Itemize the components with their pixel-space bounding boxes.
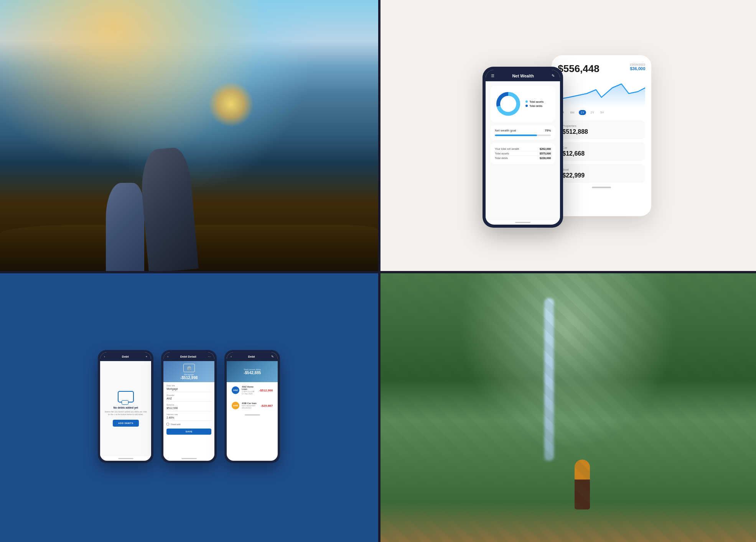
edit-icon-3[interactable]: ✎	[271, 355, 274, 358]
asb-loan-sub: Next repayment 28/10/2022	[242, 404, 258, 409]
app-mockup-cell: ☰ Net Wealth ✎	[378, 0, 756, 271]
interest-value[interactable]: 2.48%	[166, 416, 211, 421]
tab-6m[interactable]: 6M	[568, 110, 576, 115]
debt-title-1: Debt	[105, 355, 146, 358]
anz-debt-item[interactable]: ANZ ANZ Home Loan 2.48% p.a until 17 Sep…	[229, 384, 275, 397]
home-bar-3	[245, 414, 260, 416]
no-debt-content: No debts added yet Seems like you haven'…	[100, 361, 151, 457]
asset-properties: Properties $512,888	[558, 120, 645, 139]
fixed-until-checkbox[interactable]: Fixed until	[166, 423, 211, 425]
asset-chart	[558, 76, 645, 107]
donut-legend: Total assets Total debts	[525, 100, 544, 107]
debt-detail-header: ‹ Debt Detail ···	[163, 352, 214, 361]
properties-value: $512,888	[562, 128, 641, 135]
asb-debt-info: ASB Car loan Next repayment 28/10/2022	[242, 402, 258, 409]
balance-label: Balance	[166, 404, 211, 406]
goal-label: Net wealth goal	[495, 129, 516, 132]
debt-phones-cell: ‹ Debt + No debts added yet Seems like y…	[0, 271, 378, 542]
asb-debt-item[interactable]: ASB ASB Car loan Next repayment 28/10/20…	[229, 400, 275, 411]
phone-debt-detail: ‹ Debt Detail ··· 🏛️ Mortgage -$512,998	[161, 350, 217, 463]
phone-header: ☰ Net Wealth ✎	[486, 70, 560, 81]
donut-section: Total assets Total debts	[490, 86, 555, 122]
asset-change: $36,000	[630, 66, 645, 71]
phone-no-debt: ‹ Debt + No debts added yet Seems like y…	[98, 350, 153, 463]
debt-title-3: Debt	[232, 355, 271, 358]
debt-title-2: Debt Detail	[168, 355, 208, 358]
assets-val: $575,000	[540, 152, 551, 155]
goal-section: Net wealth goal 75%	[490, 125, 555, 140]
balance-value[interactable]: $512,998	[166, 407, 211, 411]
asb-logo: ASB	[232, 402, 239, 409]
debts-key: Total debts	[495, 157, 508, 159]
tab-1y[interactable]: 1Y	[579, 110, 586, 115]
net-wealth-phone: ☰ Net Wealth ✎	[483, 67, 563, 228]
anz-debt-info: ANZ Home Loan 2.48% p.a until 17 Sep 202…	[242, 386, 257, 395]
more-icon[interactable]: ···	[208, 355, 211, 358]
no-debt-title: No debts added yet	[113, 406, 138, 409]
donut-chart	[495, 90, 522, 117]
waterfall-photo-cell	[378, 271, 756, 542]
add-debts-button[interactable]: ADD DEBTS	[113, 420, 139, 427]
debt-card-icon	[118, 391, 134, 402]
sun-glow	[208, 81, 254, 127]
home-bar-2	[181, 458, 197, 459]
fixed-until-label: Fixed until	[171, 423, 180, 425]
summary-section: Your total net wealth $202,000 Total ass…	[490, 143, 555, 164]
tab-5y[interactable]: 5Y	[598, 110, 606, 115]
no-debt-header: ‹ Debt +	[100, 352, 151, 361]
panel-home-bar	[592, 187, 611, 188]
debt-list-hero: Total current debts -$542,885	[227, 361, 278, 382]
goal-bar-fill	[495, 135, 537, 136]
boat-label: Boat	[562, 168, 641, 171]
boat-value: $22,999	[562, 172, 641, 179]
car-label: Car	[562, 146, 641, 149]
assets-label: Total assets	[529, 100, 544, 103]
asset-panel: $556,448 23/10/2022 $36,000	[552, 55, 651, 216]
mortgage-header-image: 🏛️ Mortgage -$512,998	[163, 361, 214, 382]
home-bar	[515, 222, 530, 223]
debt-form: Debt title Mortgage Provider ANZ Balance…	[163, 382, 214, 457]
asset-boat: Boat $22,999	[558, 164, 645, 183]
debt-list-header: ‹ Debt ✎	[227, 352, 278, 361]
summary-assets: Total assets $575,000	[495, 151, 551, 156]
net-wealth-key: Your total net wealth	[495, 148, 519, 150]
tab-2y[interactable]: 2Y	[588, 110, 596, 115]
provider-label: Provider	[166, 394, 211, 396]
anz-logo: ANZ	[232, 386, 239, 394]
phone-debt-list: ‹ Debt ✎ Total current debts -$542,885 A…	[224, 350, 280, 463]
adult-silhouette	[138, 146, 199, 271]
summary-net-wealth: Your total net wealth $202,000	[495, 147, 551, 151]
anz-loan-sub: 2.48% p.a until 17 Sep 2025	[242, 390, 257, 395]
vertical-divider	[378, 0, 380, 542]
svg-marker-4	[558, 84, 645, 107]
anz-loan-amount: -$512,998	[259, 389, 273, 392]
goal-percent: 75%	[545, 129, 551, 132]
home-bar-1	[118, 458, 133, 459]
hamburger-icon[interactable]: ☰	[491, 74, 494, 78]
checkbox-box[interactable]	[166, 423, 169, 425]
assets-key: Total assets	[495, 152, 509, 155]
time-tabs: 1M 6M 1Y 2Y 5Y	[558, 110, 645, 115]
total-debt-amount: -$542,885	[244, 371, 261, 375]
add-icon[interactable]: +	[146, 355, 148, 358]
summary-debts: Total debts $228,000	[495, 156, 551, 160]
phone-title: Net Wealth	[494, 74, 552, 78]
anz-loan-name: ANZ Home Loan	[242, 386, 257, 390]
save-button[interactable]: SAVE	[166, 429, 211, 435]
debts-dot	[525, 105, 528, 107]
fishing-photo-cell	[0, 0, 378, 271]
mortgage-amount: -$512,998	[180, 376, 198, 380]
asset-car: Car $12,668	[558, 142, 645, 161]
no-debt-desc: Seems like you haven't added any debts y…	[103, 411, 148, 416]
debts-val: $228,000	[540, 157, 551, 159]
debt-title-value[interactable]: Mortgage	[166, 388, 211, 392]
assets-dot	[525, 100, 528, 103]
edit-icon[interactable]: ✎	[552, 74, 555, 78]
car-value: $12,668	[562, 150, 641, 157]
net-wealth-val: $202,000	[540, 148, 551, 150]
asb-loan-amount: -$29,887	[261, 404, 273, 407]
debt-title-label: Debt title	[166, 384, 211, 387]
asset-total-amount: $556,448	[558, 63, 599, 75]
provider-value[interactable]: ANZ	[166, 397, 211, 402]
asset-date: 23/10/2022	[630, 63, 645, 66]
